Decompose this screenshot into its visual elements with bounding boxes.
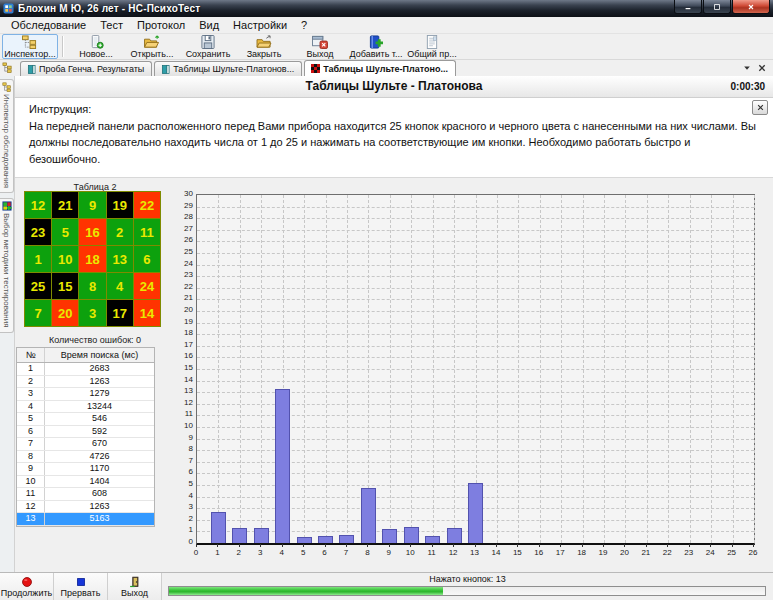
continue-button[interactable]: Продолжить: [0, 573, 54, 600]
chart-x-tick-label: 15: [509, 548, 525, 557]
chart-gridline-h: [197, 276, 754, 277]
chart-x-tick-label: 9: [381, 548, 397, 557]
instruction-close-button[interactable]: [752, 100, 768, 115]
table-row[interactable]: 101404: [17, 476, 154, 489]
menu-item-Протокол[interactable]: Протокол: [130, 18, 192, 33]
row-number-cell: 12: [17, 501, 45, 513]
schulte-cell: 24: [134, 273, 160, 299]
progress-bar-fill: [169, 587, 443, 595]
chart-x-tick: [560, 544, 561, 547]
chart-y-tick-label: 29: [184, 202, 193, 210]
table-row[interactable]: 84726: [17, 451, 154, 464]
menu-item-Вид[interactable]: Вид: [192, 18, 226, 33]
menu-item-?[interactable]: ?: [294, 18, 314, 33]
close-button[interactable]: [732, 0, 770, 14]
table-row[interactable]: 31279: [17, 388, 154, 401]
table-row[interactable]: 11608: [17, 488, 154, 501]
maximize-button[interactable]: [703, 0, 731, 14]
chart-x-tick: [217, 544, 218, 547]
chart-x-tick-label: 11: [424, 548, 440, 557]
chart-gridline-h: [197, 369, 754, 370]
table-row[interactable]: 12683: [17, 363, 154, 376]
toolbar-button-3[interactable]: Открыть...: [124, 34, 180, 59]
chart-x-tick: [603, 544, 604, 547]
left-sidebar: Инспектор обследованияВыбор методики тес…: [0, 76, 15, 572]
chart-bar: [254, 528, 269, 543]
table-row[interactable]: 7670: [17, 438, 154, 451]
toolbar-button-label: Закрыть: [247, 50, 282, 59]
chart-x-tick: [475, 544, 476, 547]
tab-1[interactable]: Проба Генча. Результаты: [20, 61, 152, 76]
exit-button[interactable]: Выход: [108, 573, 162, 600]
chart-bar: [275, 389, 290, 543]
minimize-button[interactable]: [674, 0, 702, 14]
row-number-cell: 11: [17, 488, 45, 500]
chart-bar: [382, 529, 397, 543]
table-row[interactable]: 21263: [17, 376, 154, 389]
chart-y-tick-label: 1: [189, 526, 193, 534]
tab-list-dropdown[interactable]: [743, 64, 751, 72]
chart-bar: [339, 535, 354, 543]
chart-y-tick-label: 18: [184, 329, 193, 337]
schulte-cell: 21: [52, 192, 78, 218]
toolbar-button-7[interactable]: Добавить т...: [348, 34, 404, 59]
sidebar-tab-1[interactable]: Инспектор обследования: [0, 79, 14, 193]
menu-item-Настройки[interactable]: Настройки: [226, 18, 294, 33]
book-icon: [161, 65, 170, 74]
chart-x-tick: [432, 544, 433, 547]
bottom-button-label: Прервать: [61, 589, 101, 598]
toolbar-button-4[interactable]: Сохранить: [180, 34, 236, 59]
sidebar-tab-2[interactable]: Выбор методики тестирования: [0, 198, 14, 333]
chart-x-tick-label: 0: [188, 548, 204, 557]
break-button[interactable]: Прервать: [54, 573, 108, 600]
checkerboard-icon: [311, 64, 320, 73]
table-row[interactable]: 135163: [17, 513, 154, 526]
bottom-buttons: ПродолжитьПрерватьВыход: [0, 573, 162, 600]
menu-item-Тест[interactable]: Тест: [93, 18, 130, 33]
table-row[interactable]: 5546: [17, 413, 154, 426]
chart-gridline-h: [197, 218, 754, 219]
toolbar-button-1[interactable]: Инспектор...: [2, 34, 58, 59]
results-header-time: Время поиска (мс): [45, 348, 154, 362]
methods-icon: [2, 201, 12, 211]
toolbar-button-2[interactable]: Новое...: [68, 34, 124, 59]
toolbar-button-5[interactable]: Закрыть: [236, 34, 292, 59]
chart-x-tick: [410, 544, 411, 547]
test-title: Таблицы Шульте - Платонова: [306, 79, 483, 93]
schulte-cell: 18: [79, 246, 105, 272]
tab-label: Таблицы Шульте-Платонов...: [173, 64, 294, 74]
table-row[interactable]: 121263: [17, 501, 154, 514]
schulte-cell: 8: [79, 273, 105, 299]
table-row[interactable]: 6592: [17, 426, 154, 439]
chart-y-tick-label: 26: [184, 236, 193, 244]
tab-3[interactable]: Таблицы Шульте-Платоно...: [304, 60, 456, 76]
chart-x-tick: [303, 544, 304, 547]
schulte-cell: 14: [134, 300, 160, 326]
bottom-button-label: Выход: [121, 589, 148, 598]
tab-close-button[interactable]: [758, 64, 766, 72]
table-row[interactable]: 413244: [17, 401, 154, 414]
schulte-cell: 15: [52, 273, 78, 299]
tab-2[interactable]: Таблицы Шульте-Платонов...: [154, 61, 302, 76]
toolbar-button-6[interactable]: Выход: [292, 34, 348, 59]
schulte-cell: 16: [79, 219, 105, 245]
toolbar-button-8[interactable]: Общий пр...: [404, 34, 460, 59]
book-icon: [27, 65, 36, 74]
tab-label: Таблицы Шульте-Платоно...: [323, 64, 448, 74]
chart-x-tick: [325, 544, 326, 547]
chart-y-tick-label: 14: [184, 376, 193, 384]
menu-item-Обследование[interactable]: Обследование: [4, 18, 93, 33]
row-time-cell: 546: [45, 413, 154, 425]
table-row[interactable]: 91170: [17, 463, 154, 476]
schulte-cell: 5: [52, 219, 78, 245]
instruction-panel: Инструкция: На передней панели расположе…: [15, 98, 773, 178]
row-time-cell: 1404: [45, 476, 154, 488]
results-header-number: №: [17, 348, 45, 362]
row-time-cell: 1279: [45, 388, 154, 400]
chart-y-tick-label: 19: [184, 318, 193, 326]
chart-y-axis-labels: 0123456789101112131415161718192021222324…: [181, 194, 194, 542]
chart-x-tick: [239, 544, 240, 547]
results-table: №Время поиска (мс)1268321263312794132445…: [16, 347, 155, 527]
row-number-cell: 6: [17, 426, 45, 438]
row-number-cell: 4: [17, 401, 45, 413]
